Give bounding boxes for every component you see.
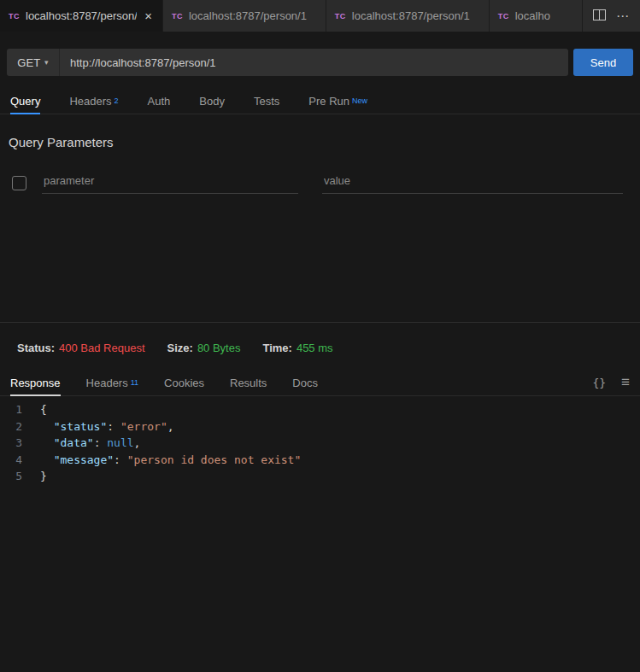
status-label: Status: xyxy=(17,342,55,354)
time-label: Time: xyxy=(262,342,291,354)
size-value: 80 Bytes xyxy=(197,342,241,354)
code-text: "status": "error", xyxy=(40,418,174,435)
response-tab-label: Headers xyxy=(86,377,128,389)
code-token: , xyxy=(167,420,174,433)
response-tab-docs[interactable]: Docs xyxy=(292,370,318,395)
code-line: 2 "status": "error", xyxy=(0,418,640,435)
tab-badge: 11 xyxy=(131,378,138,387)
code-text: "data": null, xyxy=(40,435,140,452)
editor-tab-label: localhost:8787/person/1 xyxy=(352,9,480,22)
code-line: 5} xyxy=(0,468,640,485)
request-tab-label: Body xyxy=(199,95,225,108)
response-tab-label: Results xyxy=(230,377,267,389)
response-status-row: Status: 400 Bad Request Size: 80 Bytes T… xyxy=(0,342,640,354)
request-tab-auth[interactable]: Auth xyxy=(148,88,171,114)
line-number: 2 xyxy=(0,418,22,435)
panel-spacer xyxy=(0,194,640,322)
code-token xyxy=(40,436,54,449)
request-tab-label: Pre Run xyxy=(308,95,349,108)
response-tab-label: Docs xyxy=(292,377,318,389)
code-text: "message": "person id does not exist" xyxy=(40,452,301,469)
time-value: 455 ms xyxy=(297,342,333,354)
more-actions-icon[interactable]: ⋯ xyxy=(616,9,630,24)
code-token: } xyxy=(40,470,47,482)
tab-badge: 2 xyxy=(114,96,119,105)
line-number: 3 xyxy=(0,435,22,452)
request-tab-bar: QueryHeaders2AuthBodyTestsPre RunNew xyxy=(0,88,640,114)
editor-tab-label: localhost:8787/person/1 xyxy=(189,9,317,22)
code-token: "status" xyxy=(54,420,108,433)
request-tab-headers[interactable]: Headers2 xyxy=(69,88,118,114)
response-panel: Status: 400 Bad Request Size: 80 Bytes T… xyxy=(0,322,640,485)
thunder-client-icon: TC xyxy=(9,12,20,20)
code-token xyxy=(40,420,54,433)
thunder-client-icon: TC xyxy=(335,12,346,20)
method-select[interactable]: GET ▾ xyxy=(7,49,60,76)
code-token: : xyxy=(94,436,108,449)
response-actions: {} ≡ xyxy=(592,370,630,395)
status-value: 400 Bad Request xyxy=(59,342,144,354)
thunder-client-icon: TC xyxy=(498,12,509,20)
line-number: 4 xyxy=(0,452,22,469)
editor-tab[interactable]: TClocalhost:8787/person/1 xyxy=(163,0,326,32)
code-line: 3 "data": null, xyxy=(0,435,640,452)
line-number: 1 xyxy=(0,401,22,418)
format-json-icon[interactable]: {} xyxy=(592,377,606,389)
request-tab-label: Auth xyxy=(148,95,171,108)
response-tab-label: Response xyxy=(10,377,61,389)
request-bar: GET ▾ Send xyxy=(7,49,633,76)
size-label: Size: xyxy=(167,342,193,354)
code-token: { xyxy=(40,403,47,416)
chevron-down-icon: ▾ xyxy=(44,58,49,67)
code-token: "person id does not exist" xyxy=(127,453,302,466)
method-label: GET xyxy=(17,56,40,69)
response-tab-headers[interactable]: Headers11 xyxy=(86,370,138,395)
request-tab-label: Query xyxy=(10,95,40,108)
code-token xyxy=(40,453,54,466)
editor-tab[interactable]: TClocalhost:8787/person/1× xyxy=(0,0,163,32)
editor-tab-bar: TClocalhost:8787/person/1×TClocalhost:87… xyxy=(0,0,640,32)
request-tab-body[interactable]: Body xyxy=(199,88,225,114)
code-token: "data" xyxy=(54,436,94,449)
code-text: { xyxy=(40,401,47,418)
code-text: } xyxy=(40,468,47,485)
editor-tab[interactable]: TClocalho xyxy=(490,0,583,32)
code-line: 4 "message": "person id does not exist" xyxy=(0,452,640,469)
code-token: "error" xyxy=(120,420,167,433)
response-tab-bar: ResponseHeaders11CookiesResultsDocs {} ≡ xyxy=(0,370,640,396)
query-parameters-title: Query Parameters xyxy=(9,135,640,149)
editor-tab-label: localhost:8787/person/1 xyxy=(26,9,137,22)
tab-badge: New xyxy=(352,96,367,105)
editor-tab[interactable]: TClocalhost:8787/person/1 xyxy=(326,0,490,32)
thunder-client-icon: TC xyxy=(172,12,183,20)
value-input[interactable] xyxy=(322,172,623,194)
request-tab-label: Tests xyxy=(254,95,279,108)
request-tab-tests[interactable]: Tests xyxy=(254,88,279,114)
split-editor-icon[interactable] xyxy=(593,9,606,23)
parameter-input[interactable] xyxy=(42,172,298,194)
tabbar-actions: ⋯ xyxy=(583,0,640,32)
code-token: null xyxy=(107,436,133,449)
send-button[interactable]: Send xyxy=(573,49,633,76)
parameter-checkbox[interactable] xyxy=(12,176,26,190)
status-group: Status: 400 Bad Request xyxy=(17,342,145,354)
response-tab-response[interactable]: Response xyxy=(10,370,61,395)
response-tab-results[interactable]: Results xyxy=(230,370,267,395)
size-group: Size: 80 Bytes xyxy=(167,342,241,354)
url-input[interactable] xyxy=(60,49,568,76)
line-number: 5 xyxy=(0,468,22,485)
url-group: GET ▾ xyxy=(7,49,568,76)
response-tab-label: Cookies xyxy=(164,377,204,389)
request-tab-query[interactable]: Query xyxy=(10,88,40,114)
request-tab-label: Headers xyxy=(69,95,111,108)
code-token: "message" xyxy=(54,453,114,466)
query-parameter-row xyxy=(12,172,628,194)
time-group: Time: 455 ms xyxy=(262,342,332,354)
response-tab-cookies[interactable]: Cookies xyxy=(164,370,204,395)
response-code: 1{2 "status": "error",3 "data": null,4 "… xyxy=(0,396,640,485)
request-tab-pre-run[interactable]: Pre RunNew xyxy=(308,88,367,114)
line-wrap-icon[interactable]: ≡ xyxy=(621,374,630,391)
code-token: , xyxy=(134,436,141,449)
close-icon[interactable]: × xyxy=(143,9,154,23)
code-token: : xyxy=(107,420,120,433)
